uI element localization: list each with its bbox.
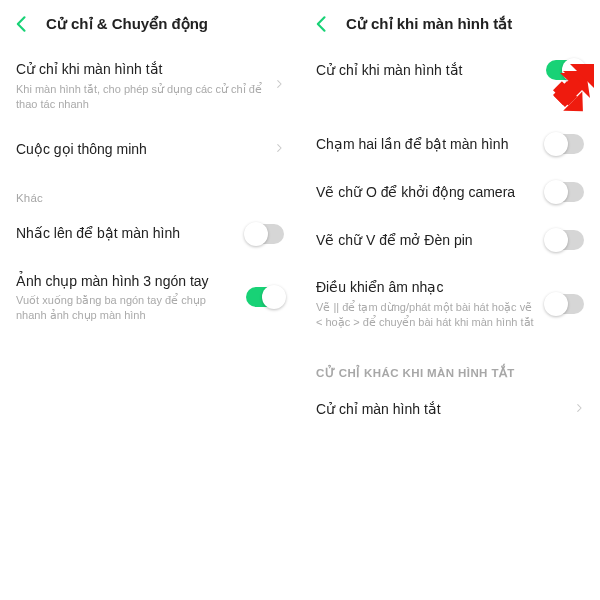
row-title: Điều khiển âm nhạc bbox=[316, 278, 536, 297]
screen-off-gestures-detail: Cử chỉ khi màn hình tắt Cử chỉ khi màn h… bbox=[300, 0, 600, 600]
row-sub: Vuốt xuống bằng ba ngón tay để chụp nhan… bbox=[16, 293, 236, 323]
toggle-raise-to-wake[interactable] bbox=[246, 224, 284, 244]
row-title: Chạm hai lần để bật màn hình bbox=[316, 135, 536, 154]
row-double-tap-wake[interactable]: Chạm hai lần để bật màn hình bbox=[300, 120, 600, 168]
back-icon[interactable] bbox=[12, 14, 32, 34]
back-icon[interactable] bbox=[312, 14, 332, 34]
row-sub: Khi màn hình tắt, cho phép sử dụng các c… bbox=[16, 82, 264, 112]
section-label-other: Khác bbox=[0, 174, 300, 210]
row-smart-call[interactable]: Cuộc gọi thông minh bbox=[0, 126, 300, 174]
row-title: Cử chỉ khi màn hình tắt bbox=[16, 60, 264, 79]
row-three-finger-screenshot[interactable]: Ảnh chụp màn hình 3 ngón tay Vuốt xuống … bbox=[0, 258, 300, 338]
row-title: Cuộc gọi thông minh bbox=[16, 140, 264, 159]
row-title: Cử chỉ khi màn hình tắt bbox=[316, 61, 536, 80]
row-title: Vẽ chữ O để khởi động camera bbox=[316, 183, 536, 202]
row-off-gestures[interactable]: Cử chỉ màn hình tắt bbox=[300, 386, 600, 434]
row-master-toggle[interactable]: Cử chỉ khi màn hình tắt bbox=[300, 46, 600, 94]
screen-gestures: Cử chỉ & Chuyển động Cử chỉ khi màn hình… bbox=[0, 0, 300, 600]
toggle-draw-o[interactable] bbox=[546, 182, 584, 202]
row-draw-v-flashlight[interactable]: Vẽ chữ V để mở Đèn pin bbox=[300, 216, 600, 264]
page-title: Cử chỉ & Chuyển động bbox=[46, 15, 208, 33]
header: Cử chỉ khi màn hình tắt bbox=[300, 0, 600, 46]
toggle-music-control[interactable] bbox=[546, 294, 584, 314]
toggle-three-finger-screenshot[interactable] bbox=[246, 287, 284, 307]
row-title: Nhấc lên để bật màn hình bbox=[16, 224, 236, 243]
header: Cử chỉ & Chuyển động bbox=[0, 0, 300, 46]
row-sub: Vẽ || để tạm dừng/phát một bài hát hoặc … bbox=[316, 300, 536, 330]
toggle-master[interactable] bbox=[546, 60, 584, 80]
content: Cử chỉ khi màn hình tắt Khi màn hình tắt… bbox=[0, 46, 300, 600]
row-title: Cử chỉ màn hình tắt bbox=[316, 400, 564, 419]
section-label-other-off: CỬ CHỈ KHÁC KHI MÀN HÌNH TẮT bbox=[300, 344, 600, 386]
chevron-right-icon bbox=[274, 76, 284, 96]
chevron-right-icon bbox=[274, 140, 284, 160]
toggle-draw-v[interactable] bbox=[546, 230, 584, 250]
row-draw-o-camera[interactable]: Vẽ chữ O để khởi động camera bbox=[300, 168, 600, 216]
chevron-right-icon bbox=[574, 400, 584, 420]
toggle-double-tap[interactable] bbox=[546, 134, 584, 154]
row-title: Ảnh chụp màn hình 3 ngón tay bbox=[16, 272, 236, 291]
row-title: Vẽ chữ V để mở Đèn pin bbox=[316, 231, 536, 250]
row-music-control[interactable]: Điều khiển âm nhạc Vẽ || để tạm dừng/phá… bbox=[300, 264, 600, 344]
page-title: Cử chỉ khi màn hình tắt bbox=[346, 15, 512, 33]
content: Cử chỉ khi màn hình tắt Chạm hai lần để … bbox=[300, 46, 600, 600]
row-raise-to-wake[interactable]: Nhấc lên để bật màn hình bbox=[0, 210, 300, 258]
row-screen-off-gestures[interactable]: Cử chỉ khi màn hình tắt Khi màn hình tắt… bbox=[0, 46, 300, 126]
